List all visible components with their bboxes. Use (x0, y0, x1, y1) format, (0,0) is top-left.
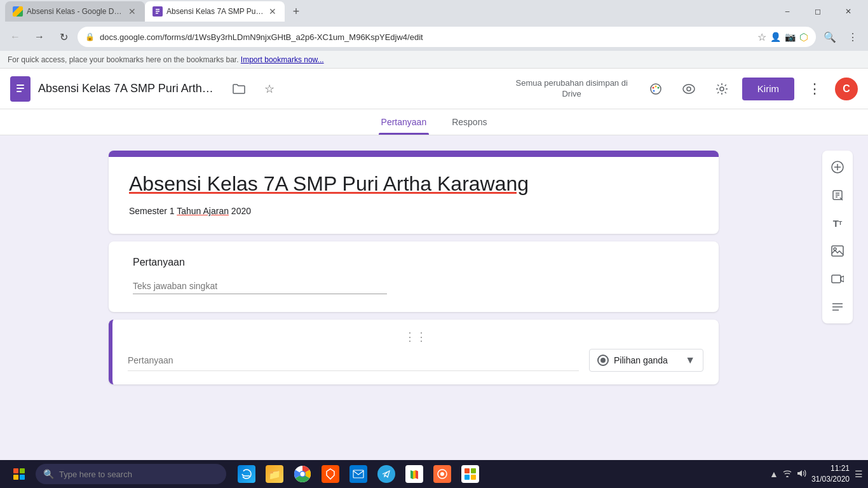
explorer-icon: 📁 (266, 465, 283, 483)
main-area: Absensi Kelas 7A SMP Puri Artha Karawang… (0, 135, 868, 460)
new-question-row: Pilihan ganda ▼ (128, 349, 703, 372)
svg-point-34 (440, 472, 444, 476)
taskbar-app-edge[interactable] (234, 461, 259, 487)
settings-icon-btn[interactable] (709, 76, 735, 102)
svg-rect-37 (465, 475, 470, 480)
question-card: Pertanyaan (109, 241, 719, 312)
bookmarks-bar: For quick access, place your bookmarks h… (0, 51, 868, 69)
chevron-down-icon: ▼ (685, 355, 695, 366)
taskbar-right: ▲ 11:21 31/03/2020 ☰ (770, 463, 863, 485)
tray-arrow-icon[interactable]: ▲ (770, 469, 778, 479)
notification-icon[interactable]: ☰ (855, 469, 863, 479)
telegram-icon (377, 465, 395, 483)
bookmark-icon[interactable]: ☆ (757, 31, 766, 43)
profile-icon[interactable]: 👤 (770, 32, 781, 42)
network-icon[interactable] (782, 469, 792, 480)
minimize-button[interactable]: – (773, 1, 802, 22)
import-questions-icon[interactable] (826, 184, 849, 207)
extensions-icon[interactable]: ⬡ (799, 31, 808, 43)
more-options-button[interactable]: ⋮ (802, 76, 827, 102)
media-icon[interactable]: 📷 (785, 32, 796, 42)
volume-icon[interactable] (796, 469, 806, 480)
taskbar-clock[interactable]: 11:21 31/03/2020 (811, 463, 850, 485)
menu-button[interactable]: ⋮ (843, 27, 863, 47)
taskbar-app-telegram[interactable] (374, 461, 399, 487)
tab2-close-btn[interactable]: ✕ (268, 6, 277, 17)
right-sidebar: TT (822, 151, 853, 323)
video-icon[interactable] (826, 268, 849, 290)
tab1-label: Absensi Kelas - Google Drive (27, 7, 123, 16)
form-title-card: Absensi Kelas 7A SMP Puri Artha Karawang… (109, 151, 719, 234)
search-toolbar-icon[interactable]: 🔍 (820, 27, 840, 47)
question-type-select[interactable]: Pilihan ganda ▼ (589, 349, 703, 372)
maps-icon (405, 465, 423, 483)
svg-rect-6 (17, 88, 24, 89)
svg-rect-25 (832, 275, 841, 283)
store-icon (461, 465, 479, 483)
svg-point-31 (301, 472, 305, 477)
user-avatar[interactable]: C (835, 78, 858, 100)
svg-point-13 (683, 85, 695, 93)
section-icon[interactable] (826, 295, 849, 318)
send-button[interactable]: Kirim (742, 78, 794, 100)
taskbar-apps: 📁 (234, 461, 483, 487)
taskbar-app-brave[interactable] (318, 461, 343, 487)
close-button[interactable]: ✕ (834, 1, 863, 22)
brave-icon (322, 465, 339, 483)
refresh-button[interactable]: ↻ (53, 27, 74, 47)
title-bar: Absensi Kelas - Google Drive ✕ Absensi K… (0, 0, 868, 23)
tab-respons[interactable]: Respons (449, 109, 489, 135)
form-title[interactable]: Absensi Kelas 7A SMP Puri Artha Karawang (129, 172, 698, 196)
search-icon: 🔍 (43, 469, 54, 479)
svg-point-11 (657, 86, 659, 88)
new-question-input[interactable] (128, 350, 579, 371)
svg-rect-23 (832, 246, 843, 256)
save-status-line2: Drive (515, 89, 627, 100)
clock-date: 31/03/2020 (811, 474, 850, 485)
text-icon[interactable]: TT (826, 212, 849, 234)
header-actions: ☆ (226, 76, 282, 102)
taskbar-app-explorer[interactable]: 📁 (262, 461, 287, 487)
preview-icon-btn[interactable] (676, 76, 702, 102)
question-label: Pertanyaan (133, 257, 698, 268)
taskbar: 🔍 Type here to search 📁 (0, 460, 868, 488)
image-icon[interactable] (826, 240, 849, 262)
form-description: Semester 1 Tahun Ajaran 2020 (129, 206, 698, 216)
edge-icon (238, 465, 255, 483)
taskbar-app-chrome[interactable] (290, 461, 315, 487)
browser-tab-2[interactable]: Absensi Kelas 7A SMP Puri Artha ✕ (145, 1, 285, 22)
question-type-label: Pilihan ganda (614, 355, 680, 365)
taskbar-app-store[interactable] (458, 461, 483, 487)
start-button[interactable] (5, 460, 33, 488)
extra-app-icon (433, 465, 451, 483)
short-answer-field[interactable] (133, 278, 387, 294)
taskbar-search-bar[interactable]: 🔍 Type here to search (36, 464, 226, 484)
taskbar-app-mail[interactable] (346, 461, 371, 487)
restore-button[interactable]: ◻ (803, 1, 832, 22)
system-tray-icons: ▲ (770, 469, 806, 480)
address-text: docs.google.com/forms/d/1WsBy3rhLDmN9njx… (100, 32, 752, 42)
svg-point-9 (652, 86, 654, 88)
address-bar[interactable]: 🔒 docs.google.com/forms/d/1WsBy3rhLDmN9n… (78, 27, 816, 47)
tab2-label: Absensi Kelas 7A SMP Puri Artha (166, 7, 264, 16)
taskbar-app-extra[interactable] (430, 461, 455, 487)
import-bookmarks-link[interactable]: Import bookmarks now... (241, 55, 324, 64)
back-button[interactable]: ← (5, 27, 25, 47)
forward-button[interactable]: → (29, 27, 50, 47)
new-tab-button[interactable]: + (287, 3, 305, 20)
svg-rect-5 (17, 85, 24, 86)
star-icon-btn[interactable]: ☆ (257, 76, 282, 102)
folder-icon-btn[interactable] (226, 76, 252, 102)
tab1-close-btn[interactable]: ✕ (127, 6, 137, 17)
palette-icon-btn[interactable] (643, 76, 668, 102)
drag-handle-icon: ⋮⋮ (128, 330, 703, 344)
tab1-favicon (13, 6, 23, 17)
taskbar-app-maps[interactable] (402, 461, 427, 487)
browser-tab-1[interactable]: Absensi Kelas - Google Drive ✕ (5, 1, 145, 22)
radio-icon (597, 355, 609, 366)
window-controls: – ◻ ✕ (773, 1, 863, 22)
description-year: 2020 (229, 206, 251, 216)
add-question-icon[interactable] (826, 156, 849, 179)
tab-pertanyaan[interactable]: Pertanyaan (379, 109, 430, 135)
form-document-title[interactable]: Absensi Kelas 7A SMP Puri Artha Karav (38, 82, 216, 95)
